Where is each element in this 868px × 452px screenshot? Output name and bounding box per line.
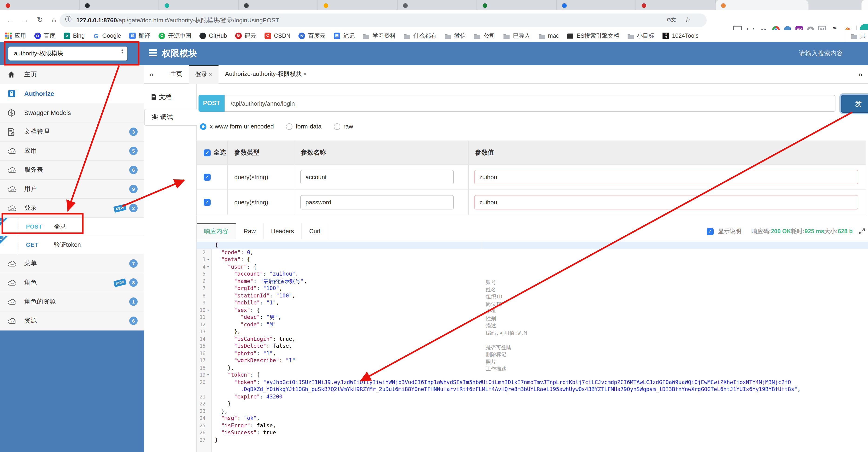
browser-tab[interactable]	[159, 0, 239, 10]
bookmark-item[interactable]: bBing	[63, 32, 85, 39]
more-tabs-icon[interactable]: »	[859, 65, 862, 84]
sidebar-item-服务表[interactable]: API服务表6	[0, 161, 144, 180]
bookmark-item[interactable]: ▤笔记	[333, 32, 355, 40]
radio-icon[interactable]	[286, 123, 292, 130]
endpoint-input[interactable]	[224, 95, 835, 112]
browser-tab[interactable]	[318, 0, 398, 10]
response-tab-Raw[interactable]: Raw	[236, 223, 264, 239]
fold-arrow-icon[interactable]: ▾	[206, 263, 211, 271]
sidebar-item-Authorize[interactable]: Authorize	[0, 84, 144, 103]
bookmark-item[interactable]: 公司	[474, 32, 495, 40]
sidebar-item-角色[interactable]: API角色NEW8	[0, 273, 144, 292]
bookmark-item[interactable]: 云百度云	[298, 32, 326, 40]
collapse-sidebar-icon[interactable]: «	[150, 65, 154, 84]
browser-tab-active[interactable]	[715, 0, 808, 10]
sidebar-item-资源[interactable]: API资源6	[0, 311, 144, 331]
translate-icon[interactable]: G文	[667, 16, 676, 23]
sidebar-item-角色的资源[interactable]: API角色的资源1	[0, 292, 144, 311]
module-select[interactable]: authority-权限模块 ▲▼	[8, 47, 127, 60]
fold-arrow-icon[interactable]: ▾	[206, 256, 211, 263]
param-name-input[interactable]	[300, 195, 454, 209]
bookmark-item[interactable]: 什么都有	[404, 32, 437, 40]
bookmark-item[interactable]: 小目标	[627, 32, 654, 40]
bookmark-item[interactable]: CCSDN	[264, 32, 290, 39]
bookmark-item[interactable]: 10241024Tools	[662, 32, 699, 39]
bookmark-overflow[interactable]: 其	[845, 30, 866, 42]
field-annotation: 组织ID	[486, 293, 527, 301]
field-annotation: 工作描述	[486, 365, 527, 373]
bookmark-item[interactable]: 译翻译	[129, 32, 150, 40]
response-tab-Curl[interactable]: Curl	[302, 223, 328, 239]
bookmark-item[interactable]: 应用	[5, 32, 26, 40]
url-bar[interactable]: ⓘ 127.0.0.1:8760/api/gate/doc.html#/auth…	[60, 13, 707, 27]
doc-nav-文档[interactable]: 文档	[144, 90, 196, 104]
bookmark-item[interactable]: ES搜索引擎文档	[567, 32, 619, 40]
radio-icon[interactable]	[200, 123, 207, 130]
folder-icon	[363, 32, 370, 39]
svg-text:API: API	[10, 320, 14, 322]
bookmark-item[interactable]: GitHub	[199, 32, 227, 39]
bookmark-item[interactable]: 已导入	[503, 32, 530, 40]
sidebar-item-应用[interactable]: API应用5	[0, 142, 144, 161]
	[206, 400, 211, 407]
browser-tab[interactable]	[557, 0, 636, 10]
bookmark-item[interactable]: 微信	[444, 32, 466, 40]
search-input[interactable]: 请输入搜索内容	[799, 42, 843, 65]
send-button[interactable]: 发	[841, 95, 868, 113]
select-all-checkbox[interactable]	[204, 149, 211, 156]
close-tab-icon[interactable]: ×	[303, 71, 307, 77]
fold-arrow-icon[interactable]: ▾	[206, 307, 211, 314]
workspace-tab-Authorize-authority-权限模块[interactable]: Authorize-authority-权限模块×	[218, 65, 313, 84]
bookmark-item[interactable]: C开源中国	[158, 32, 191, 40]
bookmark-item[interactable]: 学习资料	[363, 32, 396, 40]
sidebar-item-文档管理[interactable]: 文档管理3	[0, 122, 144, 142]
	[206, 357, 211, 364]
param-checkbox[interactable]	[204, 174, 211, 180]
fullscreen-icon[interactable]	[859, 228, 865, 235]
browser-tab[interactable]	[80, 0, 159, 10]
content-type-form-data[interactable]: form-data	[286, 123, 321, 130]
response-tab-Headers[interactable]: Headers	[264, 223, 302, 239]
show-desc-checkbox[interactable]	[707, 228, 713, 235]
radio-icon[interactable]	[334, 123, 340, 130]
forward-icon[interactable]: →	[20, 15, 31, 26]
browser-tab[interactable]	[636, 0, 715, 10]
sidebar-item-用户[interactable]: API用户9	[0, 180, 144, 199]
workspace-tab-主页[interactable]: 主页	[164, 65, 189, 84]
response-tab-响应内容[interactable]: 响应内容	[197, 223, 236, 239]
back-icon[interactable]: ←	[5, 15, 16, 26]
sidebar-operation-登录[interactable]: NEWPOST登录	[0, 218, 144, 236]
browser-tab[interactable]	[239, 0, 318, 10]
sidebar-item-登录[interactable]: API登录NEW2	[0, 199, 144, 218]
page-info-icon[interactable]: ⓘ	[65, 16, 71, 24]
bookmark-item[interactable]: mac	[538, 32, 559, 39]
sidebar-item-主页[interactable]: 主页	[0, 65, 144, 84]
editor-gutter[interactable]: 1▾23▾4▾5678910▾111213141516171819▾202122…	[197, 242, 212, 452]
home-icon[interactable]: ⌂	[48, 15, 60, 26]
	[206, 335, 211, 343]
bookmark-item[interactable]: G码云	[235, 32, 256, 40]
bookmark-item[interactable]: GGoogle	[93, 32, 121, 39]
browser-tab[interactable]	[477, 0, 557, 10]
sidebar-item-菜单[interactable]: API菜单7	[0, 254, 144, 273]
browser-tab[interactable]	[398, 0, 477, 10]
bookmark-star-icon[interactable]: ☆	[685, 16, 691, 24]
param-name-input[interactable]	[300, 170, 454, 184]
param-type: query(string)	[227, 165, 294, 190]
content-type-raw[interactable]: raw	[334, 123, 353, 130]
count-badge: 8	[129, 278, 137, 287]
sidebar-item-Swagger Models[interactable]: Swagger Models	[0, 103, 144, 122]
menu-icon[interactable]	[149, 49, 157, 58]
content-type-x-www-form-urlencoded[interactable]: x-www-form-urlencoded	[200, 123, 274, 130]
param-value-input[interactable]	[474, 195, 858, 209]
param-checkbox[interactable]	[204, 199, 211, 206]
workspace-tab-登录[interactable]: 登录×	[189, 65, 218, 84]
browser-tab[interactable]	[0, 0, 80, 10]
param-value-input[interactable]	[474, 170, 858, 184]
fold-arrow-icon[interactable]: ▾	[206, 371, 211, 379]
close-tab-icon[interactable]: ×	[209, 71, 212, 78]
reload-icon[interactable]: ↻	[34, 15, 45, 26]
bookmark-item[interactable]: 百百度	[34, 32, 55, 40]
doc-nav-调试[interactable]: 调试	[144, 109, 197, 126]
sidebar-operation-验证token[interactable]: NEWGET验证token	[0, 236, 144, 254]
